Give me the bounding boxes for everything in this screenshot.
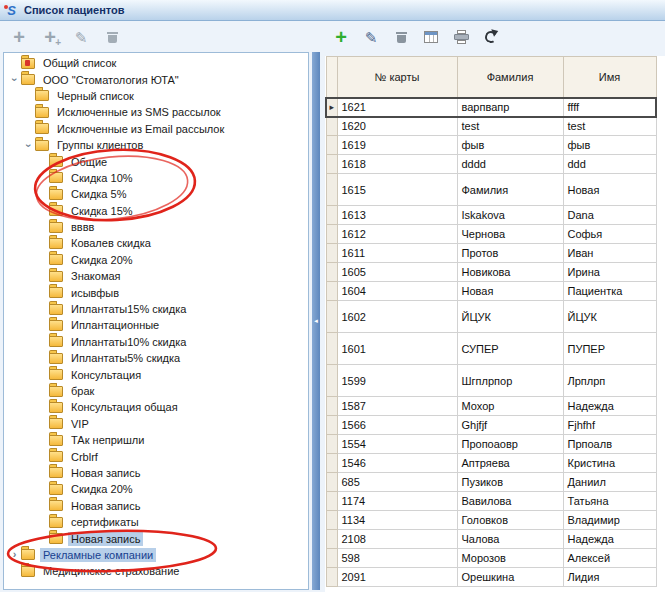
cell-surname[interactable]: Новая [457,282,563,301]
tree-item[interactable]: Общие [4,153,308,169]
tree-item[interactable]: ›Группы клиентов [4,137,308,153]
delete-patient-button[interactable] [390,26,412,48]
cell-surname[interactable]: Аптряева [457,454,563,473]
collapse-arrow-icon[interactable]: ◄ [313,318,319,324]
cell-name[interactable]: Иван [563,244,656,263]
tree-item[interactable]: Исключенные из SMS рассылок [4,104,308,120]
table-row[interactable]: 685ПузиковДаниил [326,473,656,492]
cell-name[interactable]: Алексей [563,549,656,568]
tree-add-button[interactable]: + [8,26,30,48]
refresh-button[interactable] [480,26,502,48]
table-row[interactable]: 1620testtest [326,117,656,136]
cell-surname[interactable]: ЙЦУК [457,301,563,333]
cell-surname[interactable]: Мохор [457,397,563,416]
tree-item[interactable]: Иплантационные [4,317,308,333]
cell-card[interactable]: 1611 [337,244,457,263]
tree-item[interactable]: Общий список [4,55,308,71]
tree-item[interactable]: Скидка 10% [4,170,308,186]
tree-item[interactable]: ›ООО "Стоматология ЮТА" [4,71,308,87]
table-row[interactable]: 1599ШгплрпорЛрплрп [326,365,656,397]
cell-name[interactable]: Лрплрп [563,365,656,397]
table-row[interactable]: 1612ЧерноваСофья [326,225,656,244]
cell-card[interactable]: 1546 [337,454,457,473]
tree-add-child-button[interactable]: + + [39,26,61,48]
table-row[interactable]: 598МорозовАлексей [326,549,656,568]
cell-name[interactable]: фыв [563,136,656,155]
cell-card[interactable]: 1134 [337,511,457,530]
cell-card[interactable]: 1620 [337,117,457,136]
cell-surname[interactable]: Чалова [457,530,563,549]
cell-name[interactable]: Dana [563,206,656,225]
tree-item[interactable]: брак [4,383,308,399]
cell-name[interactable]: Софья [563,225,656,244]
cell-surname[interactable]: фыв [457,136,563,155]
tree-item[interactable]: вввв [4,219,308,235]
cell-surname[interactable]: Фамилия [457,174,563,206]
table-row[interactable]: 1605НовиковаИрина [326,263,656,282]
chevron-down-icon[interactable]: › [9,73,20,86]
tree-item[interactable]: ТАк непришли [4,432,308,448]
cell-card[interactable]: 2091 [337,568,457,587]
chevron-down-icon[interactable]: › [23,139,34,152]
cell-name[interactable]: Fjhfhf [563,416,656,435]
cell-surname[interactable]: Протов [457,244,563,263]
table-row[interactable]: 1554ПропоаоврПрпоалв [326,435,656,454]
cell-name[interactable]: ffff [563,98,656,117]
columns-button[interactable] [420,26,442,48]
tree-item[interactable]: Скидка 20% [4,481,308,497]
tree-edit-button[interactable]: ✎ [70,26,92,48]
tree-item[interactable]: Медицинское страхование [4,563,308,579]
cell-name[interactable]: Надежда [563,530,656,549]
table-row[interactable]: 1613IskakovaDana [326,206,656,225]
cell-card[interactable]: 1601 [337,333,457,365]
cell-card[interactable]: 1566 [337,416,457,435]
cell-card[interactable]: 1612 [337,225,457,244]
tree-item[interactable]: сертификаты [4,514,308,530]
cell-name[interactable]: Прпоалв [563,435,656,454]
cell-name[interactable]: Владимир [563,511,656,530]
cell-card[interactable]: 2108 [337,530,457,549]
cell-surname[interactable]: Чернова [457,225,563,244]
tree-item[interactable]: ›Рекламные компании [4,547,308,563]
cell-card[interactable]: 1613 [337,206,457,225]
column-header[interactable]: № карты [337,57,457,98]
cell-name[interactable]: test [563,117,656,136]
cell-card[interactable]: 1605 [337,263,457,282]
cell-card[interactable]: 1618 [337,155,457,174]
tree-item[interactable]: Консультация общая [4,399,308,415]
table-row[interactable]: 1619фывфыв [326,136,656,155]
tree-item[interactable]: Знакомая [4,268,308,284]
cell-surname[interactable]: Шгплрпор [457,365,563,397]
cell-surname[interactable]: Головков [457,511,563,530]
tree-item[interactable]: Черный список [4,88,308,104]
table-row[interactable]: 1546АптряеваКристина [326,454,656,473]
cell-surname[interactable]: Пузиков [457,473,563,492]
table-row[interactable]: ▸1621варпвапрffff [326,98,656,117]
tree-item[interactable]: VIP [4,416,308,432]
cell-name[interactable]: Новая [563,174,656,206]
cell-surname[interactable]: dddd [457,155,563,174]
cell-card[interactable]: 1604 [337,282,457,301]
panel-splitter[interactable]: ◄ [312,52,320,590]
tree-item[interactable]: Crblrf [4,448,308,464]
column-header[interactable]: Имя [563,57,656,98]
cell-surname[interactable]: Новикова [457,263,563,282]
print-button[interactable] [450,26,472,48]
cell-surname[interactable]: Орешкина [457,568,563,587]
cell-name[interactable]: Татьяна [563,492,656,511]
cell-card[interactable]: 598 [337,549,457,568]
cell-card[interactable]: 1599 [337,365,457,397]
tree-item[interactable]: Ковалев скидка [4,235,308,251]
table-row[interactable]: 1615ФамилияНовая [326,174,656,206]
tree-delete-button[interactable] [101,26,123,48]
cell-card[interactable]: 1602 [337,301,457,333]
table-row[interactable]: 1602ЙЦУКЙЦУК [326,301,656,333]
cell-name[interactable]: Лидия [563,568,656,587]
cell-surname[interactable]: Морозов [457,549,563,568]
cell-name[interactable]: Кристина [563,454,656,473]
table-row[interactable]: 1618ddddddd [326,155,656,174]
cell-name[interactable]: ddd [563,155,656,174]
cell-card[interactable]: 1619 [337,136,457,155]
table-row[interactable]: 1587МохорНадежда [326,397,656,416]
table-row[interactable]: 1611ПротовИван [326,244,656,263]
